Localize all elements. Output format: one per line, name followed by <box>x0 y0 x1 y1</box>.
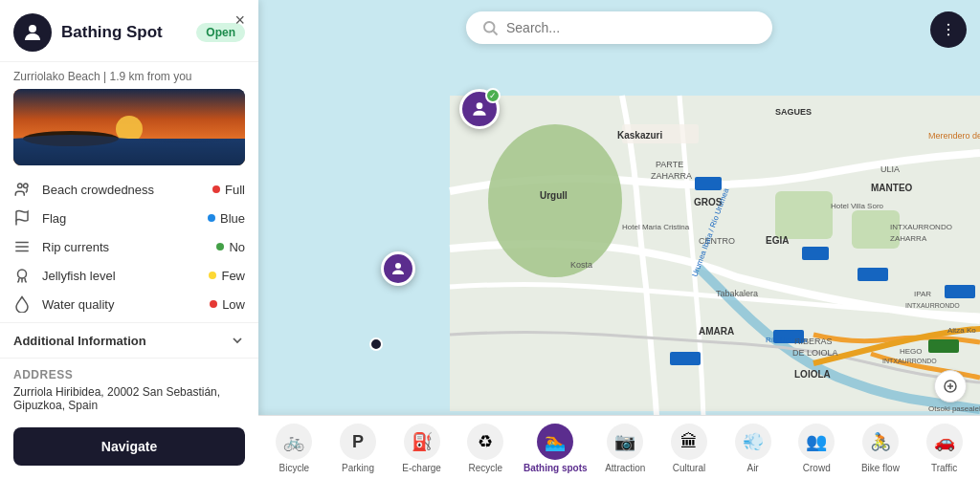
toolbar-crowd[interactable]: 👥 Crowd <box>791 424 842 473</box>
toolbar-recycle[interactable]: ♻ Recycle <box>459 424 511 473</box>
svg-point-54 <box>484 22 495 33</box>
svg-text:Hotel Maria Cristina: Hotel Maria Cristina <box>622 223 690 231</box>
bathing-label: Bathing spots <box>523 463 588 473</box>
svg-text:Río Urumea: Río Urumea <box>766 336 808 344</box>
flag-label: Flag <box>42 211 208 226</box>
svg-point-0 <box>29 25 36 33</box>
crowdedness-icon <box>13 181 34 198</box>
flag-row: Flag Blue <box>0 204 258 232</box>
crowdedness-row: Beach crowdedness Full <box>0 175 258 204</box>
svg-text:MANTEO: MANTEO <box>871 183 913 193</box>
toolbar-air[interactable]: 💨 Air <box>727 424 779 473</box>
zoom-button[interactable] <box>934 370 967 403</box>
map-area[interactable]: Urgull Kaskazuri PARTE ZAHARRA GROS CENT… <box>258 0 980 479</box>
jellyfish-label: Jellyfish level <box>42 269 209 283</box>
additional-info-label: Additional Information <box>13 334 146 348</box>
subtitle: Zurriolako Beach | 1.9 km from you <box>0 62 258 89</box>
svg-text:INTXAURRONDO: INTXAURRONDO <box>890 223 952 231</box>
water-quality-icon <box>13 295 34 313</box>
flag-dot <box>208 214 215 222</box>
more-dots-icon <box>940 21 957 38</box>
crowd-icon: 👥 <box>798 424 835 460</box>
svg-text:IPAR: IPAR <box>914 290 931 298</box>
svg-rect-21 <box>928 339 959 353</box>
marker-pin: ✓ <box>459 89 500 129</box>
svg-point-8 <box>18 270 27 278</box>
search-input[interactable] <box>506 20 757 35</box>
svg-text:Merendero de Ulia: Merendero de Ulia <box>928 131 980 141</box>
svg-rect-20 <box>945 285 975 298</box>
map-background: Urgull Kaskazuri PARTE ZAHARRA GROS CENT… <box>258 0 980 479</box>
svg-text:INTXAURRONDO: INTXAURRONDO <box>905 302 960 309</box>
svg-text:ZAHARRA: ZAHARRA <box>890 234 927 243</box>
additional-info-toggle[interactable]: Additional Information <box>0 322 258 359</box>
water-quality-label: Water quality <box>42 297 210 312</box>
bathing-spot-marker[interactable]: ✓ <box>459 89 500 129</box>
toolbar-cultural[interactable]: 🏛 Cultural <box>663 424 715 473</box>
rip-dot <box>216 243 224 250</box>
cultural-label: Cultural <box>673 463 705 473</box>
toolbar-attraction[interactable]: 📷 Attraction <box>599 424 651 473</box>
bicycle-label: Bicycle <box>278 463 309 473</box>
svg-text:PARTE: PARTE <box>656 160 683 169</box>
toolbar-echarge[interactable]: ⛽ E-charge <box>396 424 448 473</box>
bikeflow-label: Bike flow <box>861 463 900 473</box>
svg-text:Urgull: Urgull <box>540 190 568 201</box>
parking-icon: P <box>340 424 376 460</box>
svg-text:Hotel Villa Soro: Hotel Villa Soro <box>831 202 884 210</box>
bathing-spot-marker2[interactable] <box>381 251 415 286</box>
water-quality-value: Low <box>210 297 245 312</box>
svg-text:ZAHARRA: ZAHARRA <box>651 171 692 181</box>
svg-text:Altza Ko: Altza Ko <box>947 326 976 335</box>
rip-row: Rip currents No <box>0 232 258 261</box>
bathing-icon: 🏊 <box>537 424 573 460</box>
toolbar-parking[interactable]: P Parking <box>332 424 384 473</box>
address-title: Address <box>13 368 245 381</box>
avatar <box>13 13 52 52</box>
recycle-icon: ♻ <box>467 424 503 460</box>
svg-text:SAGUES: SAGUES <box>775 107 812 117</box>
close-button[interactable]: × <box>234 11 245 29</box>
svg-point-6 <box>24 184 29 188</box>
svg-text:INTXAURRONDO: INTXAURRONDO <box>882 358 937 364</box>
more-button[interactable] <box>930 11 967 48</box>
sidebar-title: Bathing Spot <box>61 23 196 42</box>
toolbar-bicycle[interactable]: 🚲 Bicycle <box>268 424 320 473</box>
svg-rect-19 <box>858 268 888 281</box>
svg-text:Kosta: Kosta <box>570 260 592 270</box>
cultural-icon: 🏛 <box>671 424 707 460</box>
jellyfish-dot <box>209 272 216 279</box>
svg-point-56 <box>947 24 949 26</box>
toolbar-bathing[interactable]: 🏊 Bathing spots <box>523 424 588 473</box>
crowdedness-label: Beach crowdedness <box>42 183 212 197</box>
svg-text:AMARA: AMARA <box>699 326 734 337</box>
marker-pin2 <box>381 251 415 286</box>
marker-check: ✓ <box>485 88 501 103</box>
chevron-down-icon <box>230 333 245 348</box>
address-text: Zurriola Hiribidea, 20002 San Sebastián,… <box>13 385 245 412</box>
toolbar-bikeflow[interactable]: 🚴 Bike flow <box>855 424 906 473</box>
navigate-button[interactable]: Navigate <box>13 427 245 466</box>
echarge-icon: ⛽ <box>404 424 440 460</box>
svg-text:Otsoki pasealekua: Otsoki pasealekua <box>928 404 980 413</box>
svg-text:LOIOLA: LOIOLA <box>794 369 831 380</box>
traffic-label: Traffic <box>931 463 957 473</box>
svg-text:ULIA: ULIA <box>880 164 900 174</box>
svg-point-58 <box>947 33 949 35</box>
sidebar-header: Bathing Spot Open × <box>0 0 258 62</box>
svg-text:Tabakalera: Tabakalera <box>716 289 758 298</box>
toolbar-traffic[interactable]: 🚗 Traffic <box>919 424 970 473</box>
location-dot <box>369 337 383 351</box>
parking-label: Parking <box>342 463 374 473</box>
svg-text:DE LOIOLA: DE LOIOLA <box>792 348 838 358</box>
rip-label: Rip currents <box>42 240 216 254</box>
svg-rect-15 <box>695 177 722 190</box>
search-icon <box>481 19 499 36</box>
svg-rect-16 <box>802 247 829 260</box>
flag-value: Blue <box>208 211 245 226</box>
rip-value: No <box>216 240 245 254</box>
bottom-toolbar: 🚲 Bicycle P Parking ⛽ E-charge ♻ Recycle… <box>258 415 980 479</box>
flag-icon <box>13 209 34 227</box>
zoom-icon <box>942 378 959 395</box>
crowdedness-value: Full <box>212 183 245 197</box>
